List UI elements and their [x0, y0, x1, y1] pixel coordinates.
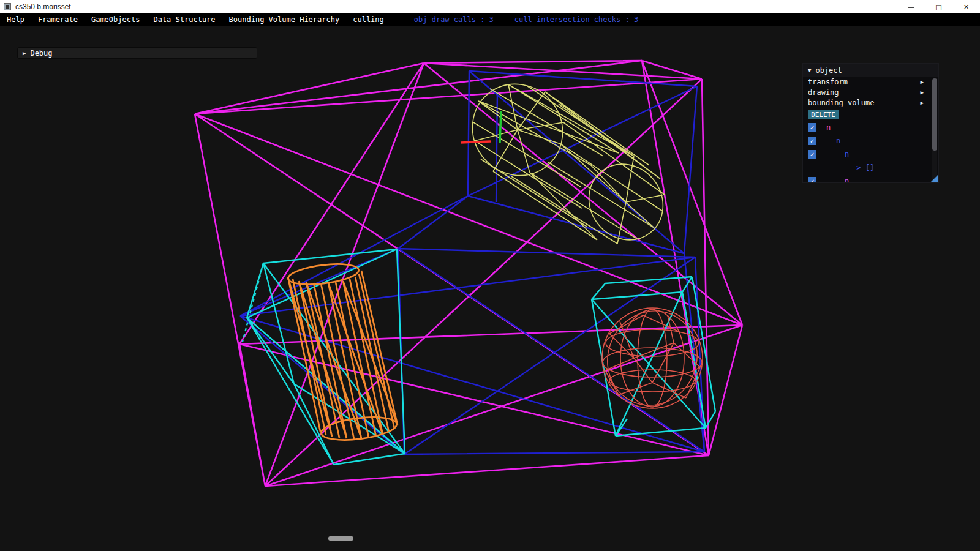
menu-item-gameobjects[interactable]: GameObjects	[85, 15, 146, 24]
leaf-aabb-wireframes	[247, 249, 715, 465]
bvh-node-row-4: ✓ n	[803, 174, 938, 183]
bottom-scrollbar-thumb[interactable]	[328, 536, 353, 541]
bvh-node-row-2: ✓ n	[803, 148, 938, 161]
app-icon	[4, 3, 11, 10]
chevron-right-icon: ▶	[23, 50, 26, 56]
debug-panel-label: Debug	[30, 49, 52, 58]
menu-item-data-structure[interactable]: Data Structure	[146, 15, 222, 24]
chevron-right-icon: ▶	[921, 89, 924, 96]
tree-item-label: bounding volume	[808, 99, 874, 107]
bvh-node-row-0: ✓ n	[803, 121, 938, 134]
titlebar: cs350 b.morisset — □ ✕	[0, 0, 980, 13]
obj-draw-calls-stat: obj draw calls : 3	[414, 15, 494, 24]
window-controls: — □ ✕	[897, 0, 980, 13]
menu-item-culling[interactable]: culling	[346, 15, 391, 24]
panel-scrollbar-thumb[interactable]	[932, 78, 937, 151]
bvh-node-label: n	[845, 150, 849, 159]
tree-item-transform[interactable]: transform ▶	[803, 77, 938, 87]
bvh-node-row-3: -> []	[803, 161, 938, 174]
checkbox-checked[interactable]: ✓	[808, 123, 816, 132]
close-button[interactable]: ✕	[952, 0, 980, 13]
tree-item-bounding-volume[interactable]: bounding volume ▶	[803, 97, 938, 108]
chevron-right-icon: ▶	[921, 100, 924, 106]
minimize-button[interactable]: —	[897, 0, 925, 13]
cull-intersection-checks-stat: cull intersection checks : 3	[514, 15, 638, 24]
bvh-node-row-1: ✓ n	[803, 134, 938, 148]
axis-x-icon	[461, 141, 491, 143]
bvh-node-label: n	[826, 123, 831, 132]
delete-button[interactable]: DELETE	[808, 110, 839, 119]
chevron-down-icon: ▼	[808, 67, 811, 73]
bvh-node-label: -> []	[852, 163, 874, 172]
menubar: Help Framerate GameObjects Data Structur…	[0, 13, 980, 26]
debug-panel-header[interactable]: ▶ Debug	[17, 47, 257, 59]
tree-item-label: drawing	[808, 88, 839, 97]
tree-item-drawing[interactable]: drawing ▶	[803, 87, 938, 97]
checkbox-checked[interactable]: ✓	[808, 137, 816, 145]
chevron-right-icon: ▶	[921, 79, 924, 85]
object-panel-title: object	[815, 66, 842, 75]
menu-item-help[interactable]: Help	[0, 15, 31, 24]
bvh-node-label: n	[836, 137, 840, 145]
checkbox-checked[interactable]: ✓	[808, 177, 816, 183]
menu-item-bvh[interactable]: Bounding Volume Hierarchy	[222, 15, 347, 24]
menu-item-framerate[interactable]: Framerate	[31, 15, 85, 24]
axis-y-icon	[500, 111, 501, 143]
tree-item-label: transform	[808, 78, 848, 86]
object-panel-header[interactable]: ▼ object	[803, 64, 938, 77]
resize-grip-icon[interactable]	[931, 175, 938, 182]
window-title: cs350 b.morisset	[15, 2, 71, 11]
maximize-button[interactable]: □	[925, 0, 952, 13]
panel-scrollbar[interactable]	[932, 78, 937, 183]
object-panel: ▼ object transform ▶ drawing ▶ bounding …	[802, 63, 939, 183]
checkbox-checked[interactable]: ✓	[808, 150, 816, 159]
bvh-node-label: n	[845, 177, 849, 183]
